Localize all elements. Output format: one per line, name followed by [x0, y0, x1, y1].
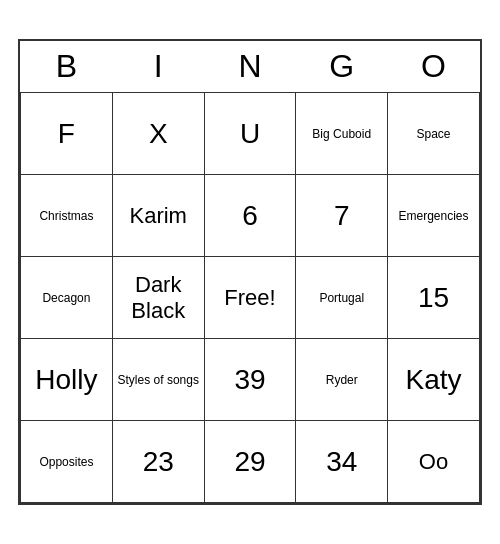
table-cell: Styles of songs	[112, 339, 204, 421]
header-cell: I	[112, 41, 204, 93]
table-cell: Katy	[388, 339, 480, 421]
table-cell: 7	[296, 175, 388, 257]
table-cell: Opposites	[21, 421, 113, 503]
table-cell: Ryder	[296, 339, 388, 421]
table-cell: Holly	[21, 339, 113, 421]
table-cell: 6	[204, 175, 296, 257]
table-cell: 23	[112, 421, 204, 503]
table-row: ChristmasKarim67Emergencies	[21, 175, 480, 257]
table-row: Opposites232934Oo	[21, 421, 480, 503]
table-cell: Portugal	[296, 257, 388, 339]
table-row: FXUBig CuboidSpace	[21, 93, 480, 175]
table-cell: X	[112, 93, 204, 175]
table-cell: 34	[296, 421, 388, 503]
table-cell: Christmas	[21, 175, 113, 257]
header-cell: B	[21, 41, 113, 93]
table-cell: Big Cuboid	[296, 93, 388, 175]
table-cell: 29	[204, 421, 296, 503]
table-cell: Oo	[388, 421, 480, 503]
table-cell: Emergencies	[388, 175, 480, 257]
table-cell: 15	[388, 257, 480, 339]
header-cell: N	[204, 41, 296, 93]
table-cell: U	[204, 93, 296, 175]
table-cell: F	[21, 93, 113, 175]
header-cell: G	[296, 41, 388, 93]
table-cell: Free!	[204, 257, 296, 339]
header-cell: O	[388, 41, 480, 93]
table-cell: Dark Black	[112, 257, 204, 339]
table-cell: Space	[388, 93, 480, 175]
table-cell: Karim	[112, 175, 204, 257]
bingo-card: BINGO FXUBig CuboidSpaceChristmasKarim67…	[18, 39, 482, 506]
table-cell: 39	[204, 339, 296, 421]
table-row: DecagonDark BlackFree!Portugal15	[21, 257, 480, 339]
header-row: BINGO	[21, 41, 480, 93]
table-cell: Decagon	[21, 257, 113, 339]
table-row: HollyStyles of songs39RyderKaty	[21, 339, 480, 421]
bingo-table: BINGO FXUBig CuboidSpaceChristmasKarim67…	[20, 41, 480, 504]
